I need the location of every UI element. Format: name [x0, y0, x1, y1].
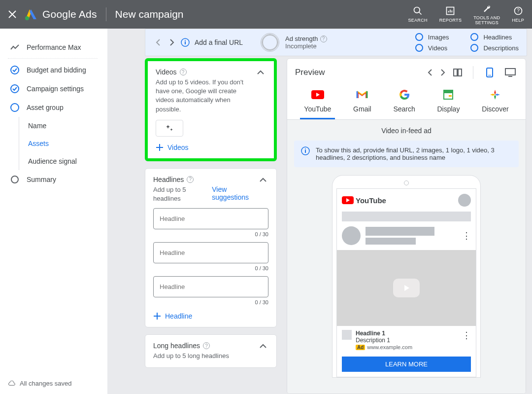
search-icon: [413, 6, 423, 16]
google-ads-logo-icon: [25, 8, 37, 20]
channel-avatar-placeholder: [342, 226, 361, 245]
add-final-url-link[interactable]: Add a final URL: [195, 38, 243, 46]
wrench-icon: [482, 3, 492, 13]
strength-check-descriptions: Descriptions: [470, 44, 519, 52]
collapse-icon[interactable]: [258, 176, 268, 184]
help-tooltip-icon[interactable]: ?: [203, 342, 210, 349]
help-tooltip-icon[interactable]: ?: [320, 36, 327, 42]
check-circle-icon: [10, 84, 20, 93]
svg-rect-16: [505, 69, 515, 75]
sidebar-item-summary[interactable]: Summary: [8, 170, 107, 189]
sidebar-item-performance-max[interactable]: Performance Max: [8, 38, 107, 56]
tab-gmail[interactable]: Gmail: [349, 86, 375, 119]
preview-next-icon[interactable]: [440, 69, 445, 76]
svg-rect-23: [305, 150, 306, 153]
mobile-device-icon[interactable]: [484, 66, 495, 79]
radio-empty-icon: [10, 103, 20, 112]
headline-input-2[interactable]: [153, 242, 268, 263]
reports-icon: [445, 6, 455, 16]
collapse-icon[interactable]: [255, 68, 266, 77]
char-count: 0 / 30: [153, 231, 268, 237]
strength-gauge-icon: [261, 33, 279, 52]
split-view-icon[interactable]: [453, 69, 462, 76]
sidebar-item-label: Asset group: [27, 104, 64, 111]
next-arrow-icon[interactable]: [167, 37, 177, 48]
help-action[interactable]: ? HELP: [512, 6, 524, 23]
long-headlines-desc: Add up to 5 long headlines: [153, 352, 258, 360]
main-content: Add a final URL Ad strength ? Incomplete…: [107, 29, 532, 394]
plus-icon: [153, 312, 161, 320]
more-icon: ⋮: [462, 330, 471, 351]
preview-prev-icon[interactable]: [428, 69, 432, 76]
svg-rect-11: [185, 41, 186, 44]
sidebar-item-label: Budget and bidding: [27, 66, 86, 74]
product-label: Google Ads: [42, 8, 97, 20]
sparkle-icon: [165, 124, 174, 133]
sidebar-item-budget[interactable]: Budget and bidding: [8, 61, 107, 79]
help-tooltip-icon[interactable]: ?: [187, 176, 194, 183]
radio-empty-icon: [10, 175, 20, 184]
long-headlines-title: Long headlines: [153, 342, 200, 350]
ad-badge: Ad: [356, 345, 365, 350]
headline-input-1[interactable]: [153, 208, 268, 229]
mock-headline: Headline 1: [356, 330, 458, 337]
add-headline-button[interactable]: Headline: [153, 312, 268, 320]
cloud-icon: [8, 381, 16, 387]
svg-rect-12: [454, 69, 457, 76]
topbar-divider: [106, 7, 106, 21]
sidebar-item-asset-group[interactable]: Asset group: [8, 98, 107, 117]
svg-rect-20: [449, 95, 452, 97]
preview-title: Preview: [295, 68, 325, 77]
preview-format-label: Video in-feed ad: [294, 127, 519, 135]
svg-rect-19: [444, 90, 453, 93]
help-tooltip-icon[interactable]: ?: [180, 69, 187, 75]
info-icon: [301, 146, 310, 161]
thumb-placeholder: [342, 330, 352, 340]
svg-rect-15: [488, 75, 491, 75]
svg-point-22: [305, 148, 306, 149]
ad-strength-label: Ad strength: [285, 35, 318, 42]
headlines-card-title: Headlines: [153, 176, 184, 183]
play-icon: [393, 279, 420, 297]
collapse-icon[interactable]: [258, 342, 268, 351]
video-thumbnail-placeholder: [337, 250, 476, 326]
sidebar-sub-assets[interactable]: Assets: [19, 135, 107, 152]
info-banner: To show this ad, provide final URL, 2 im…: [294, 141, 519, 167]
tools-action[interactable]: TOOLS AND SETTINGS: [473, 3, 500, 25]
tab-youtube[interactable]: YouTube: [300, 86, 335, 119]
gmail-icon: [356, 89, 368, 100]
discover-icon: [490, 89, 500, 100]
mock-url: www.example.com: [367, 344, 412, 350]
svg-point-0: [25, 16, 29, 20]
mock-description: Description 1: [356, 337, 458, 344]
phone-mockup: YouTube ⋮: [332, 175, 481, 378]
svg-point-5: [11, 66, 19, 74]
sidebar-sub-name[interactable]: Name: [19, 117, 107, 135]
reports-action[interactable]: REPORTS: [439, 6, 462, 23]
add-videos-button[interactable]: Videos: [156, 143, 266, 151]
char-count: 0 / 30: [153, 265, 268, 271]
svg-point-7: [11, 104, 19, 111]
strength-check-headlines: Headlines: [470, 33, 519, 41]
sidebar-item-label: Summary: [27, 176, 56, 183]
save-status: All changes saved: [8, 380, 107, 390]
tab-discover[interactable]: Discover: [478, 86, 512, 119]
tab-search[interactable]: Search: [389, 86, 419, 119]
preview-panel: Preview YouTube: [287, 58, 526, 394]
sidebar-item-label: Performance Max: [27, 43, 81, 51]
display-icon: [443, 89, 453, 100]
tab-display[interactable]: Display: [433, 86, 464, 119]
auto-video-placeholder[interactable]: [156, 120, 183, 137]
desktop-device-icon[interactable]: [503, 66, 518, 79]
long-headlines-card: Long headlines ? Add up to 5 long headli…: [145, 334, 277, 368]
headline-input-3[interactable]: [153, 276, 268, 297]
view-suggestions-link[interactable]: View suggestions: [212, 185, 258, 201]
sidebar-sub-audience[interactable]: Audience signal: [19, 152, 107, 170]
close-icon[interactable]: [8, 10, 17, 19]
check-circle-icon: [10, 66, 20, 74]
cta-button: LEARN MORE: [342, 357, 471, 372]
sidebar-item-campaign-settings[interactable]: Campaign settings: [8, 79, 107, 98]
prev-arrow-icon[interactable]: [153, 37, 163, 48]
search-action[interactable]: SEARCH: [408, 6, 427, 23]
ad-strength-status: Incomplete: [285, 42, 327, 50]
